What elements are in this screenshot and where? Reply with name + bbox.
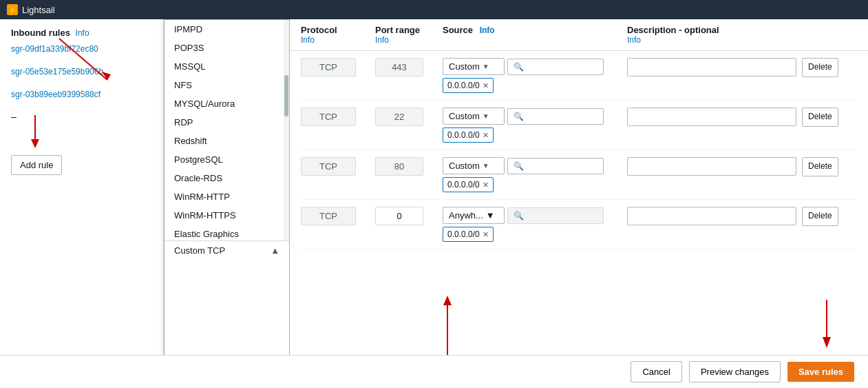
dropdown-item-redshift[interactable]: Redshift: [165, 132, 289, 150]
port-value-2: 22: [375, 108, 423, 126]
source-cell-2: Custom ▼ 🔍 0.0.0.0/0 ✕: [443, 108, 622, 143]
dropdown-item-elastic-graphics[interactable]: Elastic Graphics: [165, 225, 289, 241]
protocol-cell-2: TCP: [301, 108, 370, 126]
source-search-input-3[interactable]: [524, 161, 597, 171]
title-bar: ⚡ Lightsail: [0, 0, 868, 19]
rule-id-3[interactable]: sgr-03b89eeb9399588cf: [11, 89, 152, 101]
search-icon-4: 🔍: [514, 211, 524, 221]
svg-marker-3: [31, 139, 39, 148]
dropdown-menu: IPMPD POP3S MSSQL NFS MYSQL/Aurora RDP R…: [164, 19, 290, 388]
delete-button-1[interactable]: Delete: [802, 58, 838, 77]
source-search-input-2[interactable]: [524, 112, 597, 121]
description-input-3[interactable]: [627, 157, 796, 176]
cidr-value-3: 0.0.0.0/0: [447, 180, 480, 190]
dropdown-item-custom-tcp[interactable]: Custom TCP ▲: [165, 241, 289, 260]
section-info-link[interactable]: Info: [76, 28, 89, 38]
source-search-input-1[interactable]: [524, 62, 597, 72]
source-cell-4: Anywh... ▼ 🔍 0.0.0.0/0 ✕: [443, 207, 622, 242]
source-type-select-2[interactable]: Custom ▼: [443, 108, 505, 125]
preview-changes-button[interactable]: Preview changes: [689, 361, 781, 382]
source-search-4: 🔍: [507, 207, 604, 224]
protocol-header: Protocol Info: [301, 25, 370, 45]
description-input-1[interactable]: [627, 58, 796, 76]
dropdown-scroll-area[interactable]: IPMPD POP3S MSSQL NFS MYSQL/Aurora RDP R…: [165, 20, 289, 241]
source-search-3[interactable]: 🔍: [507, 158, 604, 174]
cidr-remove-1[interactable]: ✕: [483, 81, 489, 90]
dropdown-item-postgresql[interactable]: PostgreSQL: [165, 150, 289, 169]
rule-id-1[interactable]: sgr-09df1a339bf72ec80: [11, 43, 152, 55]
table-row: TCP 80 Custom ▼ 🔍: [301, 150, 857, 200]
dropdown-item-nfs[interactable]: NFS: [165, 76, 289, 94]
dropdown-item-winrm-http[interactable]: WinRM-HTTP: [165, 187, 289, 206]
rules-body: TCP 443 Custom ▼ 🔍: [290, 51, 868, 388]
source-search-2[interactable]: 🔍: [507, 108, 604, 125]
app-icon: ⚡: [7, 4, 18, 15]
description-input-4[interactable]: [627, 207, 796, 225]
protocol-value-1: TCP: [301, 58, 356, 76]
cidr-value-4: 0.0.0.0/0: [447, 229, 480, 239]
main-container: Inbound rules Info sgr-09df1a339bf72ec80…: [0, 19, 868, 388]
search-icon-1: 🔍: [514, 62, 524, 72]
port-value-1: 443: [375, 58, 423, 76]
port-cell-3: 80: [375, 157, 437, 176]
delete-button-2[interactable]: Delete: [802, 108, 838, 127]
delete-button-4[interactable]: Delete: [802, 207, 838, 226]
protocol-value-3: TCP: [301, 157, 356, 176]
table-header: Protocol Info Port range Info Source Inf…: [290, 19, 868, 51]
source-type-select-3[interactable]: Custom ▼: [443, 157, 505, 174]
table-row: TCP 443 Custom ▼ 🔍: [301, 51, 857, 101]
dropdown-item-oracle-rds[interactable]: Oracle-RDS: [165, 169, 289, 187]
cidr-remove-3[interactable]: ✕: [483, 181, 489, 190]
port-cell-4: 0: [375, 207, 437, 225]
cidr-tag-2: 0.0.0.0/0 ✕: [443, 127, 494, 143]
source-cell-1: Custom ▼ 🔍 0.0.0.0/0 ✕: [443, 58, 622, 93]
delete-cell-1: Delete: [802, 58, 857, 77]
save-rules-button[interactable]: Save rules: [787, 362, 854, 382]
cidr-tag-3: 0.0.0.0/0 ✕: [443, 177, 494, 192]
dropdown-item-mysql[interactable]: MYSQL/Aurora: [165, 94, 289, 113]
bottom-bar: Cancel Preview changes Save rules: [0, 355, 868, 388]
source-type-select-4[interactable]: Anywh... ▼: [443, 207, 505, 224]
delete-cell-2: Delete: [802, 108, 857, 127]
protocol-value-4: TCP: [301, 207, 356, 225]
rule-dash: –: [11, 111, 17, 122]
cidr-tag-4: 0.0.0.0/0 ✕: [443, 227, 494, 242]
dropdown-item-winrm-https[interactable]: WinRM-HTTPS: [165, 206, 289, 225]
add-rule-button[interactable]: Add rule: [11, 155, 62, 175]
search-icon-2: 🔍: [514, 112, 524, 121]
protocol-cell-3: TCP: [301, 157, 370, 176]
port-value-4: 0: [375, 207, 423, 225]
rule-id-2[interactable]: sgr-05e53e175e59b906b: [11, 66, 152, 78]
app-title: Lightsail: [22, 5, 55, 15]
delete-cell-4: Delete: [802, 207, 857, 226]
cidr-remove-2[interactable]: ✕: [483, 131, 489, 140]
protocol-cell-1: TCP: [301, 58, 370, 76]
cidr-value-1: 0.0.0.0/0: [447, 81, 480, 90]
source-type-select-1[interactable]: Custom ▼: [443, 58, 505, 75]
search-icon-3: 🔍: [514, 161, 524, 171]
table-row: TCP 0 Anywh... ▼ 🔍: [301, 200, 857, 249]
cidr-value-2: 0.0.0.0/0: [447, 130, 480, 140]
description-cell-3: [627, 157, 796, 176]
source-cell-3: Custom ▼ 🔍 0.0.0.0/0 ✕: [443, 157, 622, 192]
description-cell-4: [627, 207, 796, 225]
description-input-2[interactable]: [627, 108, 796, 126]
dropdown-item-rdp[interactable]: RDP: [165, 113, 289, 132]
source-header: Source Info: [443, 25, 622, 45]
dropdown-item-pop3s[interactable]: POP3S: [165, 39, 289, 57]
arrow-svg-add: [21, 115, 49, 153]
rules-panel: Protocol Info Port range Info Source Inf…: [290, 19, 868, 388]
cancel-button[interactable]: Cancel: [631, 361, 681, 382]
source-search-1[interactable]: 🔍: [507, 59, 604, 75]
port-cell-2: 22: [375, 108, 437, 126]
left-panel: Inbound rules Info sgr-09df1a339bf72ec80…: [0, 19, 164, 388]
dropdown-item-ipmpd[interactable]: IPMPD: [165, 20, 289, 39]
port-cell-1: 443: [375, 58, 437, 76]
cidr-remove-4[interactable]: ✕: [483, 230, 489, 239]
port-value-3: 80: [375, 157, 423, 176]
port-header: Port range Info: [375, 25, 437, 45]
actions-header: [802, 25, 857, 45]
section-title: Inbound rules Info: [11, 28, 152, 38]
delete-button-3[interactable]: Delete: [802, 157, 838, 176]
dropdown-item-mssql[interactable]: MSSQL: [165, 57, 289, 76]
